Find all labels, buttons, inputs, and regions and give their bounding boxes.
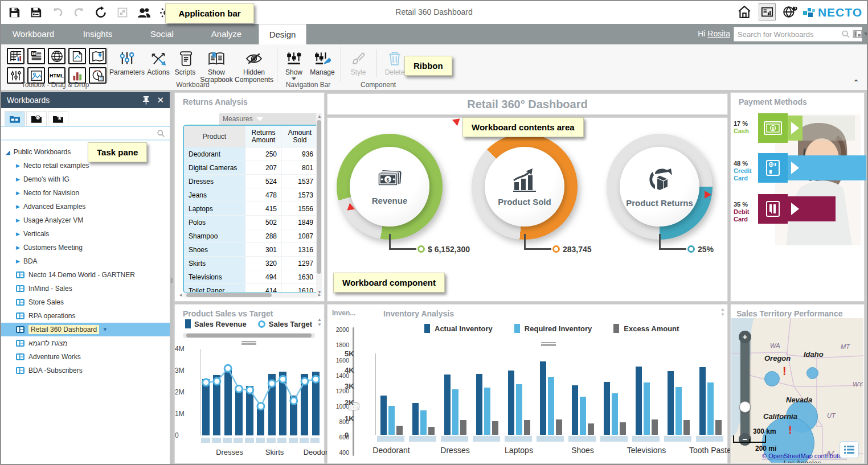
- table-row[interactable]: Digital Cameras207801: [184, 161, 318, 175]
- show-scrapbook-button[interactable]: Show Scrapbook: [198, 49, 235, 84]
- inventory-bar[interactable]: [460, 420, 466, 435]
- inventory-bar[interactable]: [675, 387, 682, 435]
- column-header[interactable]: Returns Amount: [245, 126, 282, 147]
- kpi-gauge-revenue[interactable]: $Revenue$ 6,152,300: [337, 134, 445, 242]
- inventory-bar[interactable]: [484, 388, 490, 435]
- inventory-bar[interactable]: [588, 423, 594, 435]
- kpi-gauge-product-returns[interactable]: Product Returns25%: [607, 134, 715, 242]
- tab-workboards[interactable]: [5, 111, 25, 126]
- text-component-icon[interactable]: T: [27, 48, 45, 64]
- inventory-bar[interactable]: [492, 421, 498, 435]
- collapsed-arrow-icon[interactable]: ▶: [16, 190, 20, 196]
- home-icon[interactable]: [736, 3, 753, 20]
- chart-horizontal-scrollbar[interactable]: [183, 333, 315, 338]
- table-row[interactable]: Deodorant250936: [184, 147, 318, 161]
- collapsed-arrow-icon[interactable]: ▶: [16, 245, 20, 250]
- table-row[interactable]: Skirts3201297: [184, 257, 318, 270]
- search-icon[interactable]: [841, 30, 850, 39]
- table-horizontal-scrollbar[interactable]: ◄ ►: [183, 293, 317, 298]
- inventory-bar[interactable]: [668, 371, 674, 435]
- payment-row-debit-card[interactable]: [758, 194, 836, 224]
- tab-design[interactable]: Design: [259, 24, 306, 44]
- manage-navbar-button[interactable]: Manage: [308, 49, 337, 76]
- tab-insights[interactable]: Insights: [65, 24, 130, 44]
- payment-row-credit-card[interactable]: [758, 153, 866, 183]
- table-row[interactable]: Shoes3011316: [184, 243, 318, 257]
- tree-item[interactable]: Store Sales: [1, 295, 170, 309]
- chart-scroll-arrows[interactable]: ▲▼: [720, 307, 725, 317]
- tree-item[interactable]: ▶Necto for Navision: [1, 186, 170, 200]
- column-header[interactable]: Product: [184, 126, 245, 147]
- tree-item[interactable]: Necto 14 Demo World - GARTNER: [1, 268, 170, 282]
- ribbon-collapse-icon[interactable]: ⌃: [853, 79, 859, 87]
- tree-item[interactable]: Retail 360 Dashboard▼: [1, 323, 170, 336]
- osm-attribution-link[interactable]: © OpenStreetMap contributors: [762, 452, 847, 459]
- parameters-button[interactable]: Parameters: [111, 49, 143, 76]
- kpi-gauge-product-sold[interactable]: Product Sold283,745: [472, 134, 580, 242]
- actions-button[interactable]: Actions: [145, 49, 172, 76]
- collapsed-arrow-icon[interactable]: ▶: [16, 204, 20, 209]
- admin-globe-wrench-icon[interactable]: [781, 3, 799, 20]
- hidden-components-button[interactable]: Hidden Components: [234, 49, 275, 84]
- tab-workboard[interactable]: Workboard: [1, 24, 65, 44]
- filter-funnel-icon[interactable]: [256, 117, 263, 121]
- map-zoom-slider[interactable]: + −: [740, 334, 750, 442]
- collapsed-arrow-icon[interactable]: ▶: [16, 258, 20, 264]
- chart-page-icon[interactable]: [68, 48, 86, 64]
- inventory-bar[interactable]: [612, 393, 618, 435]
- collapsed-arrow-icon[interactable]: ▶: [16, 217, 20, 223]
- close-icon[interactable]: ✕: [157, 95, 164, 105]
- collapsed-arrow-icon[interactable]: ▶: [16, 163, 20, 168]
- inventory-bar[interactable]: [524, 420, 530, 435]
- legend-scroll-arrows[interactable]: ▲▼: [317, 317, 322, 327]
- table-vertical-scrollbar[interactable]: ▲ ▼: [316, 113, 322, 295]
- table-row[interactable]: Televisions4941630: [184, 270, 318, 284]
- inventory-bar[interactable]: [707, 382, 714, 435]
- inventory-analysis-panel[interactable]: Inven...20001800160014001200100080060040…: [327, 304, 728, 464]
- tree-item[interactable]: RPA operations: [1, 309, 170, 323]
- column-header[interactable]: Amount Sold: [282, 126, 318, 147]
- web-component-icon[interactable]: [48, 48, 65, 64]
- tab-analyze[interactable]: Analyze: [194, 24, 259, 44]
- inventory-bar[interactable]: [396, 426, 403, 435]
- inventory-bar[interactable]: [652, 419, 658, 435]
- inventory-bar[interactable]: [540, 361, 546, 435]
- table-row[interactable]: Shampoo2881087: [184, 229, 318, 243]
- tree-search-input[interactable]: [6, 129, 157, 137]
- tree-item[interactable]: ▶Usage Analyzer VM: [1, 213, 170, 227]
- inventory-bar[interactable]: [683, 420, 690, 435]
- show-navbar-button[interactable]: Show: [281, 49, 306, 80]
- territory-bubble-id[interactable]: [806, 367, 818, 379]
- view-options-button[interactable]: [853, 27, 868, 41]
- workboard-view-icon[interactable]: [759, 3, 776, 20]
- inventory-bar[interactable]: [516, 384, 522, 435]
- inventory-bar[interactable]: [715, 420, 722, 435]
- returns-table[interactable]: ProductReturns AmountAmount SoldDeodoran…: [183, 125, 320, 293]
- tree-item[interactable]: BDA -Subscribers: [1, 364, 170, 377]
- territory-bubble-or[interactable]: [764, 371, 780, 386]
- tree-item[interactable]: Adventure Works: [1, 350, 170, 364]
- inventory-bar[interactable]: [580, 397, 586, 435]
- inventory-bar[interactable]: [620, 422, 626, 435]
- territory-map[interactable]: WAMTWYUTAZOregonIdahoNevadaCalifornia!! …: [731, 318, 863, 463]
- pane-splitter[interactable]: ‖: [170, 92, 173, 465]
- table-row[interactable]: Jeans4781573: [184, 188, 318, 202]
- table-row[interactable]: Dresses5241537: [184, 175, 318, 188]
- tree-item[interactable]: ▶Demo's with IG: [1, 172, 170, 186]
- zoom-handle[interactable]: [739, 401, 751, 413]
- sales-vs-target-panel[interactable]: Product Sales vs Target Sales RevenueSal…: [174, 304, 325, 464]
- zoom-in-button[interactable]: +: [739, 331, 751, 343]
- inventory-bar[interactable]: [556, 419, 562, 435]
- tree-item[interactable]: InMind - Sales: [1, 282, 170, 295]
- tree-item[interactable]: ▶Customers Meeting: [1, 241, 170, 254]
- inventory-bar[interactable]: [452, 389, 458, 435]
- tree-item[interactable]: מצגת לדוגמא: [1, 336, 170, 350]
- inventory-bar[interactable]: [699, 367, 706, 435]
- collapsed-arrow-icon[interactable]: ▶: [16, 231, 20, 237]
- inventory-bar[interactable]: [604, 382, 610, 435]
- expanded-arrow-icon[interactable]: ◢: [6, 149, 10, 155]
- map-legend-button[interactable]: [840, 441, 859, 458]
- payment-methods-panel[interactable]: Payment Methods 17 %Cash$48 %Credit Card…: [730, 92, 865, 302]
- resize-handle[interactable]: [241, 341, 256, 345]
- tree-item[interactable]: ▶BDA: [1, 254, 170, 268]
